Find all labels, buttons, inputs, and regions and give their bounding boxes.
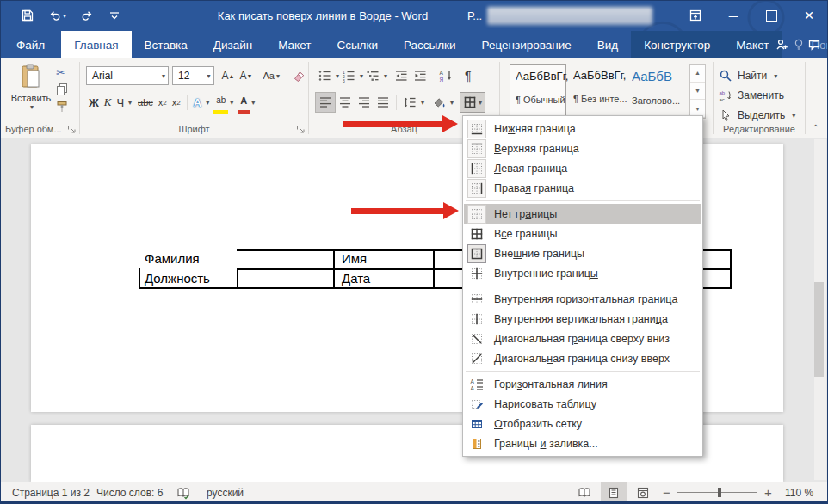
font-color-button[interactable]: А xyxy=(238,91,250,114)
bold-button[interactable]: Ж xyxy=(86,93,102,112)
ribbon-display-options-icon[interactable] xyxy=(677,0,714,31)
maximize-button[interactable] xyxy=(752,0,790,31)
cut-icon[interactable]: ✂ xyxy=(55,65,69,79)
comments-icon[interactable] xyxy=(807,38,821,52)
font-dialog-launcher-icon[interactable] xyxy=(295,124,306,134)
replace-button[interactable]: abac Заменить xyxy=(719,87,784,104)
styles-scroll-up-icon[interactable]: ▲ xyxy=(690,65,705,83)
shading-icon[interactable] xyxy=(429,93,448,112)
subscript-button[interactable]: х2 xyxy=(156,93,170,112)
zoom-out-button[interactable]: − xyxy=(663,482,670,502)
share-person-icon[interactable] xyxy=(775,38,788,52)
vertical-scrollbar[interactable] xyxy=(814,139,826,480)
paste-dropdown-arrow[interactable]: ▾ xyxy=(30,103,34,111)
sort-icon[interactable]: АЯ xyxy=(436,66,455,85)
paste-button[interactable]: Вставить ▾ xyxy=(9,64,53,129)
contextual-tab-Макет[interactable]: Макет xyxy=(723,31,782,58)
align-center-icon[interactable] xyxy=(336,93,355,112)
find-button[interactable]: Найти▾ xyxy=(719,67,777,84)
change-case-button[interactable]: Аа▾ xyxy=(260,66,282,85)
multilevel-list-icon[interactable] xyxy=(363,66,382,85)
text-effects-arrow[interactable]: ▾ xyxy=(206,99,209,107)
customize-qat-icon[interactable] xyxy=(108,9,121,22)
zoom-in-button[interactable]: + xyxy=(764,482,772,502)
contextual-tab-Конструктор[interactable]: Конструктор xyxy=(631,31,723,58)
align-left-icon[interactable] xyxy=(315,92,336,113)
menu-item-border-top[interactable]: Верхняя граница xyxy=(464,138,701,158)
underline-button[interactable]: Ч xyxy=(114,93,127,112)
strikethrough-button[interactable]: abc xyxy=(135,93,156,112)
print-layout-icon[interactable] xyxy=(601,482,627,502)
read-mode-icon[interactable] xyxy=(572,482,597,502)
redo-icon[interactable] xyxy=(80,9,94,22)
line-spacing-icon[interactable] xyxy=(400,93,419,112)
underline-dropdown-arrow[interactable]: ▾ xyxy=(128,99,132,107)
clear-formatting-icon[interactable] xyxy=(289,66,308,85)
highlight-color-button[interactable]: ab xyxy=(213,91,228,114)
tab-Ссылки[interactable]: Ссылки xyxy=(324,31,391,58)
menu-item-border-inside-v[interactable]: Внутренняя вертикальная граница xyxy=(464,309,701,329)
undo-icon[interactable]: ▾ xyxy=(48,9,66,22)
zoom-slider-track[interactable] xyxy=(677,492,757,493)
borders-button[interactable]: ▾ xyxy=(460,92,485,113)
increase-indent-icon[interactable] xyxy=(411,66,429,85)
menu-item-border-diag-down[interactable]: Диагональная граница сверху вниз xyxy=(464,329,701,348)
font-size-combobox[interactable]: 12▾ xyxy=(172,66,214,85)
tab-Вид[interactable]: Вид xyxy=(584,31,631,58)
language-indicator[interactable]: русский xyxy=(207,482,244,502)
tab-Главная[interactable]: Главная xyxy=(61,31,131,58)
font-color-arrow[interactable]: ▾ xyxy=(251,99,255,107)
superscript-button[interactable]: х2 xyxy=(170,93,183,112)
bullets-icon[interactable] xyxy=(315,66,334,85)
tab-Дизайн[interactable]: Дизайн xyxy=(201,31,265,58)
menu-item-view-gridlines[interactable]: Отобразить сетку xyxy=(464,414,701,433)
collapse-ribbon-icon[interactable]: ⌃ xyxy=(813,123,819,132)
select-button[interactable]: Выделить▾ xyxy=(719,107,795,124)
scrollbar-thumb[interactable] xyxy=(814,282,824,377)
table-cell-text[interactable]: Фамилия xyxy=(145,251,200,266)
menu-item-border-all[interactable]: Все границы xyxy=(464,224,701,243)
tab-Рассылки[interactable]: Рассылки xyxy=(391,31,469,58)
close-button[interactable]: × xyxy=(790,0,828,31)
table-cell-text[interactable]: Должность xyxy=(145,271,210,286)
italic-button[interactable]: К xyxy=(102,93,114,112)
styles-scroll-down-icon[interactable]: ▼ xyxy=(690,83,705,101)
styles-scroll[interactable]: ▲ ▼ ▼ xyxy=(689,64,706,119)
clipboard-dialog-launcher-icon[interactable] xyxy=(66,124,77,134)
show-marks-button[interactable]: ¶ xyxy=(462,66,474,85)
copy-icon[interactable] xyxy=(55,83,69,96)
table-cell-text[interactable]: Дата xyxy=(342,271,370,286)
menu-item-borders-shading[interactable]: Границы и заливка... xyxy=(464,433,701,453)
shrink-font-button[interactable]: А▼ xyxy=(237,66,255,85)
decrease-indent-icon[interactable] xyxy=(392,66,411,85)
page-indicator[interactable]: Страница 1 из 2 xyxy=(12,482,90,502)
minimize-button[interactable]: ─ xyxy=(714,0,752,31)
zoom-slider-thumb[interactable] xyxy=(718,488,721,497)
menu-item-border-right[interactable]: Правая граница xyxy=(464,178,701,198)
tab-Рецензирование[interactable]: Рецензирование xyxy=(469,31,584,58)
style-card[interactable]: АаБбВвГг, ¶ Обычный xyxy=(510,64,566,117)
align-right-icon[interactable] xyxy=(355,93,374,112)
table-cell-text[interactable]: Имя xyxy=(342,251,367,266)
menu-item-border-inside[interactable]: Внутренние границы xyxy=(464,263,701,283)
tab-Вставка[interactable]: Вставка xyxy=(132,31,201,58)
menu-item-border-outside[interactable]: Внешние границы xyxy=(464,243,701,263)
menu-item-border-left[interactable]: Левая граница xyxy=(464,158,701,178)
menu-item-draw-table[interactable]: Нарисовать таблицу xyxy=(464,394,701,414)
font-family-combobox[interactable]: Arial▾ xyxy=(86,66,169,85)
menu-item-horizontal-line[interactable]: ААГоризонтальная линия xyxy=(464,374,701,394)
tab-file[interactable]: Файл xyxy=(0,31,61,58)
proofing-icon[interactable] xyxy=(176,482,190,502)
align-justify-icon[interactable] xyxy=(374,93,392,112)
menu-item-border-inside-h[interactable]: Внутренняя горизонтальная граница xyxy=(464,289,701,309)
grow-font-button[interactable]: А▲ xyxy=(219,66,238,85)
style-card[interactable]: АаБбВ Заголово... xyxy=(627,64,683,117)
zoom-level[interactable]: 110 % xyxy=(785,482,813,502)
tab-Макет[interactable]: Макет xyxy=(265,31,324,58)
borders-dropdown-arrow[interactable]: ▾ xyxy=(479,99,482,107)
highlight-arrow[interactable]: ▾ xyxy=(230,99,233,107)
menu-item-border-diag-up[interactable]: Диагональная граница снизу вверх xyxy=(464,348,701,368)
text-effects-button[interactable]: А xyxy=(191,93,204,112)
numbering-icon[interactable]: 123 xyxy=(339,66,358,85)
word-count[interactable]: Число слов: 6 xyxy=(96,482,163,502)
